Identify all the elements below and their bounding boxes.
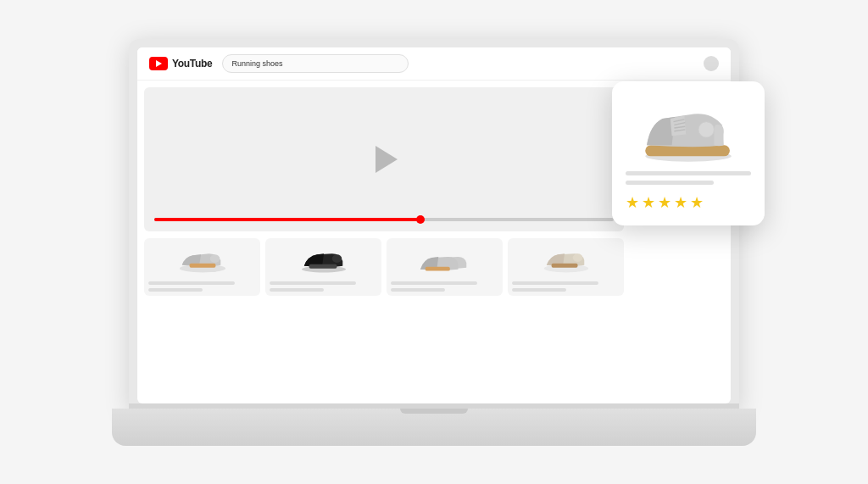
- card-text-3b: [391, 288, 445, 292]
- star-2: ★: [642, 193, 655, 212]
- shoe-image-1: [148, 242, 256, 278]
- youtube-play-icon: [149, 57, 168, 70]
- svg-rect-5: [309, 264, 337, 269]
- search-value: Running shoes: [231, 59, 282, 68]
- video-player[interactable]: [144, 87, 624, 231]
- progress-filled: [154, 218, 420, 221]
- star-rating: ★ ★ ★ ★ ★: [626, 193, 704, 212]
- product-grid: [144, 238, 624, 296]
- laptop-base: [112, 409, 756, 446]
- card-text-3: [391, 281, 477, 285]
- floating-card-text-lines: [626, 171, 751, 185]
- card-text-4b: [512, 288, 566, 292]
- shoe-image-2: [270, 242, 377, 278]
- svg-point-1: [209, 254, 220, 263]
- yt-logo-text: YouTube: [172, 58, 212, 70]
- product-card-4[interactable]: [508, 238, 624, 296]
- search-bar[interactable]: Running shoes: [222, 54, 409, 73]
- product-card-3[interactable]: [387, 238, 503, 296]
- svg-point-4: [331, 254, 342, 263]
- svg-rect-2: [189, 264, 215, 268]
- progress-thumb[interactable]: [416, 215, 425, 224]
- svg-point-16: [698, 122, 714, 137]
- floating-product-card[interactable]: ★ ★ ★ ★ ★: [612, 81, 765, 225]
- svg-rect-11: [645, 145, 730, 156]
- yt-header: YouTube Running shoes: [137, 47, 731, 81]
- product-card-1[interactable]: [144, 238, 260, 296]
- svg-point-8: [572, 253, 582, 262]
- star-5: ★: [690, 193, 704, 212]
- floating-card-line-1: [626, 171, 751, 175]
- card-text-4: [512, 281, 598, 285]
- svg-rect-6: [425, 266, 449, 270]
- svg-rect-9: [551, 264, 577, 268]
- progress-bar[interactable]: [154, 218, 614, 221]
- floating-card-line-2: [626, 181, 714, 185]
- star-3: ★: [658, 193, 671, 212]
- shoe-image-3: [391, 242, 498, 278]
- scene: YouTube Running shoes: [70, 22, 798, 463]
- shoe-image-4: [512, 242, 620, 278]
- laptop-body: YouTube Running shoes: [112, 39, 756, 446]
- card-text-1: [148, 281, 235, 285]
- product-card-2[interactable]: [265, 238, 381, 296]
- star-1: ★: [626, 193, 639, 212]
- star-4: ★: [674, 193, 687, 212]
- card-text-2: [270, 281, 356, 285]
- card-text-2b: [270, 288, 324, 292]
- yt-logo-area[interactable]: YouTube: [149, 57, 212, 70]
- play-button[interactable]: [376, 146, 398, 173]
- yt-main-section: [144, 87, 624, 396]
- floating-shoe-image: [637, 95, 739, 163]
- card-text-1b: [148, 288, 203, 292]
- user-avatar[interactable]: [704, 56, 719, 71]
